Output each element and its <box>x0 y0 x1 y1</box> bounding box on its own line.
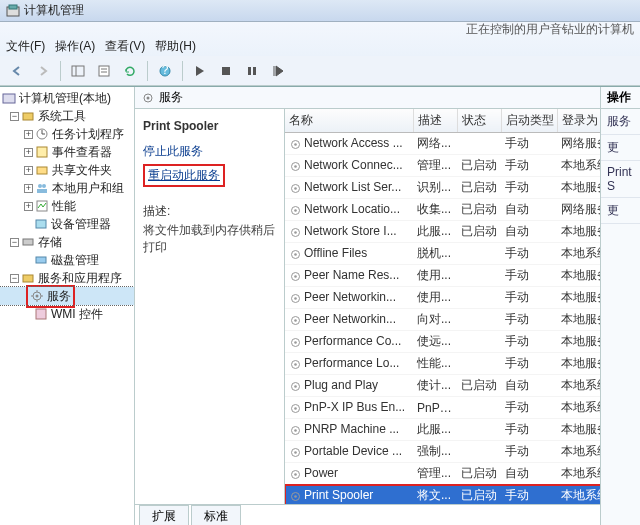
svg-text:?: ? <box>162 64 169 77</box>
tree-root[interactable]: 计算机管理(本地) <box>0 89 134 107</box>
col-logon[interactable]: 登录为 <box>557 109 600 133</box>
svg-rect-25 <box>36 257 46 263</box>
table-row[interactable]: Performance Co...使远...手动本地服务 <box>285 331 600 353</box>
table-row[interactable]: Network Access ...网络...手动网络服务 <box>285 133 600 155</box>
tree-device-manager[interactable]: 设备管理器 <box>0 215 134 233</box>
actions-sec3[interactable]: Print S <box>601 161 640 198</box>
tree-wmi[interactable]: WMI 控件 <box>0 305 134 323</box>
svg-point-45 <box>294 231 297 234</box>
actions-sec2[interactable]: 更 <box>601 135 640 161</box>
svg-point-55 <box>294 341 297 344</box>
nav-forward-button[interactable] <box>32 60 54 82</box>
actions-header: 操作 <box>601 87 640 109</box>
table-row[interactable]: Power管理...已启动自动本地系统 <box>285 463 600 485</box>
svg-rect-2 <box>72 66 84 76</box>
desc-text: 将文件加载到内存供稍后打印 <box>143 222 276 256</box>
table-row[interactable]: Peer Name Res...使用...手动本地服务 <box>285 265 600 287</box>
table-row[interactable]: Offline Files脱机...手动本地系统 <box>285 243 600 265</box>
gear-icon <box>141 91 155 105</box>
tree-services[interactable]: 服务 <box>0 287 134 305</box>
detail-pane: Print Spooler 停止此服务 重启动此服务 描述: 将文件加载到内存供… <box>135 109 285 504</box>
svg-rect-23 <box>36 220 46 228</box>
table-row[interactable]: Print Spooler将文...已启动手动本地系统 <box>285 485 600 505</box>
nav-tree[interactable]: 计算机管理(本地) −系统工具 +任务计划程序 +事件查看器 +共享文件夹 +本… <box>0 87 135 525</box>
tree-event-viewer[interactable]: +事件查看器 <box>0 143 134 161</box>
menu-bar[interactable]: 文件(F) 操作(A) 查看(V) 帮助(H) <box>0 36 640 56</box>
table-row[interactable]: Network Connec...管理...已启动手动本地系统 <box>285 155 600 177</box>
show-hide-button[interactable] <box>67 60 89 82</box>
actions-sec4[interactable]: 更 <box>601 198 640 224</box>
tree-disk-mgmt[interactable]: 磁盘管理 <box>0 251 134 269</box>
refresh-button[interactable] <box>119 60 141 82</box>
svg-point-65 <box>294 451 297 454</box>
svg-point-69 <box>294 495 297 498</box>
tab-standard[interactable]: 标准 <box>191 505 241 525</box>
svg-point-59 <box>294 385 297 388</box>
svg-point-41 <box>294 187 297 190</box>
table-row[interactable]: Network Store I...此服...已启动自动本地服务 <box>285 221 600 243</box>
service-name: Print Spooler <box>143 119 276 133</box>
desc-label: 描述: <box>143 203 276 220</box>
restart-button[interactable] <box>267 60 289 82</box>
nav-back-button[interactable] <box>6 60 28 82</box>
svg-point-28 <box>36 295 39 298</box>
svg-rect-21 <box>37 189 47 193</box>
remote-status: 正在控制的用户音钻业的计算机 <box>0 22 640 36</box>
menu-help[interactable]: 帮助(H) <box>155 38 196 55</box>
svg-rect-11 <box>253 67 256 75</box>
window-title: 计算机管理 <box>24 2 84 19</box>
col-name[interactable]: 名称 <box>285 109 413 133</box>
services-table[interactable]: 名称 描述 状态 启动类型 登录为 Network Access ...网络..… <box>285 109 600 504</box>
svg-point-63 <box>294 429 297 432</box>
svg-point-20 <box>42 184 46 188</box>
svg-point-57 <box>294 363 297 366</box>
tree-shared-folders[interactable]: +共享文件夹 <box>0 161 134 179</box>
pause-button[interactable] <box>241 60 263 82</box>
play-button[interactable] <box>189 60 211 82</box>
properties-button[interactable] <box>93 60 115 82</box>
svg-point-53 <box>294 319 297 322</box>
svg-rect-24 <box>23 239 33 245</box>
svg-point-35 <box>147 96 150 99</box>
tab-extended[interactable]: 扩展 <box>139 505 189 525</box>
tree-local-users[interactable]: +本地用户和组 <box>0 179 134 197</box>
svg-rect-10 <box>248 67 251 75</box>
table-row[interactable]: Network List Ser...识别...已启动手动本地服务 <box>285 177 600 199</box>
svg-point-47 <box>294 253 297 256</box>
svg-rect-1 <box>9 5 17 9</box>
menu-file[interactable]: 文件(F) <box>6 38 45 55</box>
svg-rect-17 <box>37 147 47 157</box>
table-row[interactable]: PnP-X IP Bus En...PnP-...手动本地系统 <box>285 397 600 419</box>
table-row[interactable]: Performance Lo...性能...手动本地服务 <box>285 353 600 375</box>
tree-task-scheduler[interactable]: +任务计划程序 <box>0 125 134 143</box>
actions-sec1[interactable]: 服务 <box>601 109 640 135</box>
content-header: 服务 <box>135 87 600 109</box>
svg-point-61 <box>294 407 297 410</box>
table-row[interactable]: PNRP Machine ...此服...手动本地服务 <box>285 419 600 441</box>
table-row[interactable]: Peer Networkin...向对...手动本地服务 <box>285 309 600 331</box>
table-row[interactable]: Network Locatio...收集...已启动自动网络服务 <box>285 199 600 221</box>
menu-action[interactable]: 操作(A) <box>55 38 95 55</box>
stop-button[interactable] <box>215 60 237 82</box>
col-startup[interactable]: 启动类型 <box>501 109 557 133</box>
stop-service-link[interactable]: 停止此服务 <box>143 143 276 160</box>
col-status[interactable]: 状态 <box>457 109 501 133</box>
col-desc[interactable]: 描述 <box>413 109 457 133</box>
app-icon <box>6 4 20 18</box>
table-row[interactable]: Portable Device ...强制...手动本地系统 <box>285 441 600 463</box>
actions-pane: 操作 服务 更 Print S 更 <box>600 87 640 525</box>
tree-performance[interactable]: +性能 <box>0 197 134 215</box>
table-row[interactable]: Plug and Play使计...已启动自动本地系统 <box>285 375 600 397</box>
tree-storage[interactable]: −存储 <box>0 233 134 251</box>
svg-point-67 <box>294 473 297 476</box>
help-button[interactable]: ? <box>154 60 176 82</box>
menu-view[interactable]: 查看(V) <box>105 38 145 55</box>
restart-service-link[interactable]: 重启动此服务 <box>148 168 220 182</box>
title-bar: 计算机管理 <box>0 0 640 22</box>
content-title: 服务 <box>159 89 183 106</box>
view-tabs[interactable]: 扩展 标准 <box>135 504 600 525</box>
tree-system-tools[interactable]: −系统工具 <box>0 107 134 125</box>
svg-point-43 <box>294 209 297 212</box>
services-table-pane[interactable]: 名称 描述 状态 启动类型 登录为 Network Access ...网络..… <box>285 109 600 504</box>
table-row[interactable]: Peer Networkin...使用...手动本地服务 <box>285 287 600 309</box>
